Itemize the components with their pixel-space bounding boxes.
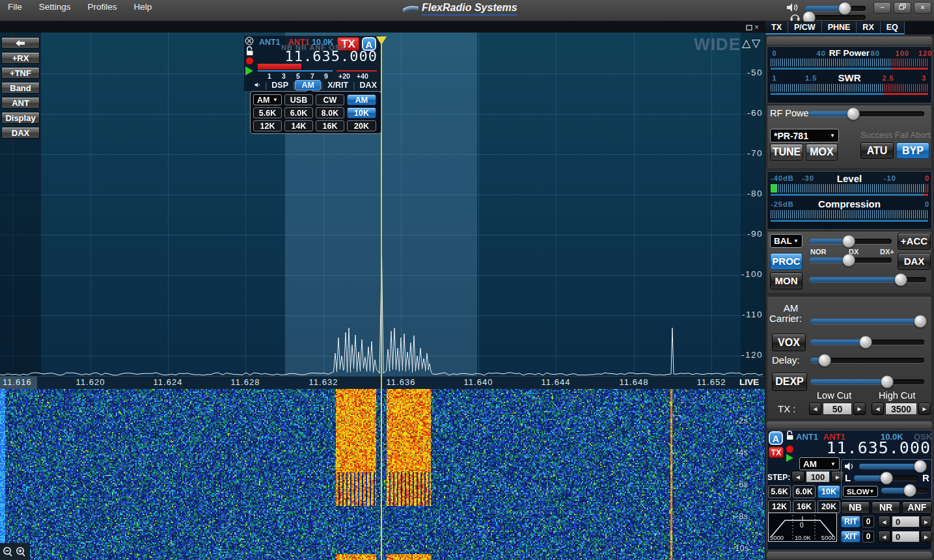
minimize-button[interactable]: –: [873, 2, 891, 14]
dexp-button[interactable]: DEXP: [772, 373, 807, 391]
mode-button-usb[interactable]: USB: [284, 94, 313, 105]
rx-play-icon[interactable]: [786, 454, 793, 462]
rx-frequency-display[interactable]: 11.635.000: [814, 438, 931, 457]
flag-tab-xrit[interactable]: X/RIT: [323, 80, 353, 90]
delay-thumb[interactable]: [818, 354, 831, 367]
zoom-in-icon[interactable]: [16, 546, 26, 557]
menu-file[interactable]: File: [7, 0, 23, 14]
filter-button-10k[interactable]: 10K: [347, 107, 376, 118]
bottom-panel-bar[interactable]: [767, 552, 932, 559]
sidebar-item-add-rx[interactable]: +RX: [1, 52, 40, 64]
filter-shape-graph[interactable]: 0 5000 10.0K 5000: [768, 513, 837, 542]
menu-help[interactable]: Help: [133, 0, 154, 14]
mox-button[interactable]: MOX: [806, 144, 838, 161]
byp-button[interactable]: BYP: [896, 142, 929, 159]
tab-pcw[interactable]: P/CW: [788, 21, 822, 34]
rit-button[interactable]: RIT: [841, 516, 860, 527]
tab-eq[interactable]: EQ: [881, 21, 905, 34]
tuning-marker-triangle[interactable]: [376, 36, 387, 45]
nb-button[interactable]: NB: [841, 501, 870, 514]
flag-play-icon[interactable]: [245, 66, 253, 75]
proc-button[interactable]: PROC: [770, 253, 803, 270]
mode-select-dropdown[interactable]: AM▼: [253, 94, 282, 105]
bal-dropdown[interactable]: BAL▼: [770, 234, 803, 248]
rx-lock-icon[interactable]: [786, 430, 794, 443]
high-cut-increment[interactable]: ►: [918, 403, 931, 415]
agc-dropdown[interactable]: SLOW▼: [843, 486, 878, 497]
tab-rx[interactable]: RX: [857, 21, 880, 34]
flag-lock-icon[interactable]: [245, 46, 254, 59]
agc-threshold-slider[interactable]: [881, 485, 927, 495]
high-cut-decrement[interactable]: ◄: [872, 403, 884, 415]
mode-button-am[interactable]: AM: [347, 94, 376, 105]
tab-phne[interactable]: PHNE: [822, 21, 857, 34]
agc-threshold-thumb[interactable]: [903, 484, 916, 497]
low-cut-decrement[interactable]: ◄: [809, 403, 821, 415]
flag-tab-dsp[interactable]: DSP: [267, 80, 293, 90]
mon-button[interactable]: MON: [770, 273, 803, 289]
nr-button[interactable]: NR: [872, 501, 900, 514]
xit-decrement[interactable]: ◄: [878, 531, 890, 542]
mon-level-slider[interactable]: [809, 274, 926, 284]
low-cut-increment[interactable]: ►: [853, 403, 866, 415]
vox-level-slider[interactable]: [810, 337, 924, 347]
rx-tx-badge[interactable]: TX: [769, 447, 784, 458]
step-value[interactable]: 100: [806, 471, 830, 483]
filter-button-12k[interactable]: 12K: [253, 120, 282, 131]
rit-decrement[interactable]: ◄: [878, 516, 890, 527]
rx-filter-20k[interactable]: 20K: [817, 500, 840, 513]
rit-value[interactable]: 0: [892, 516, 920, 527]
vox-level-thumb[interactable]: [859, 336, 872, 349]
tx-profile-dropdown[interactable]: *PR-781▼: [770, 129, 839, 142]
sidebar-item-display[interactable]: Display: [1, 112, 40, 124]
rx-filter-12k[interactable]: 12K: [768, 500, 791, 513]
sidebar-item-dax[interactable]: DAX: [1, 127, 40, 139]
mode-button-cw[interactable]: CW: [316, 94, 344, 105]
sidebar-item-ant[interactable]: ANT: [1, 97, 40, 109]
high-cut-value[interactable]: 3500: [885, 403, 917, 415]
filter-button-6-0k[interactable]: 6.0K: [284, 107, 313, 118]
flag-frequency-display[interactable]: 11.635.000: [279, 48, 378, 64]
atu-button[interactable]: ATU: [860, 142, 894, 159]
bal-slider[interactable]: [809, 236, 892, 246]
maximize-button[interactable]: [894, 2, 911, 14]
rx-filter-5-6k[interactable]: 5.6K: [768, 485, 791, 498]
proc-level-thumb[interactable]: [842, 254, 855, 267]
menu-settings[interactable]: Settings: [38, 0, 72, 14]
delay-slider[interactable]: [810, 355, 924, 365]
xit-button[interactable]: XIT: [841, 531, 860, 542]
vox-button[interactable]: VOX: [772, 334, 806, 351]
rf-power-thumb[interactable]: [847, 107, 860, 120]
rx-filter-10k[interactable]: 10K: [817, 485, 840, 498]
master-volume-slider[interactable]: [805, 3, 866, 13]
am-carrier-thumb[interactable]: [914, 315, 927, 328]
band-updown-icons[interactable]: △▽: [742, 36, 762, 50]
xit-increment[interactable]: ►: [920, 531, 932, 542]
dexp-slider[interactable]: [810, 377, 924, 386]
bal-thumb[interactable]: [842, 235, 855, 248]
menu-profiles[interactable]: Profiles: [87, 0, 118, 14]
rx-speaker-icon[interactable]: [844, 462, 855, 471]
rx-mode-dropdown[interactable]: AM▼: [799, 457, 840, 470]
filter-button-14k[interactable]: 14K: [284, 120, 313, 131]
rf-power-slider[interactable]: [808, 109, 924, 118]
tune-button[interactable]: TUNE: [770, 144, 803, 161]
sidebar-item-band[interactable]: Band: [1, 82, 40, 94]
zoom-out-icon[interactable]: [3, 546, 13, 557]
tab-tx[interactable]: TX: [765, 21, 788, 34]
flag-tab-dax[interactable]: DAX: [355, 80, 381, 90]
filter-button-8-0k[interactable]: 8.0K: [316, 107, 344, 118]
proc-level-slider[interactable]: [809, 255, 892, 265]
flag-rx-antenna[interactable]: ANT1: [259, 38, 281, 47]
dax-button[interactable]: DAX: [898, 253, 931, 270]
rx-filter-6-0k[interactable]: 6.0K: [793, 485, 816, 498]
flag-audio-icon[interactable]: [254, 81, 261, 89]
acc-button[interactable]: +ACC: [898, 233, 931, 250]
waterfall-display[interactable]: [0, 389, 765, 560]
filter-button-20k[interactable]: 20K: [347, 120, 376, 131]
rx-volume-slider[interactable]: [859, 461, 927, 471]
panadapter-close-icon[interactable]: ×: [754, 23, 759, 32]
rx-filter-16k[interactable]: 16K: [793, 500, 816, 513]
am-carrier-slider[interactable]: [810, 316, 924, 326]
panadapter-restore-icon[interactable]: [746, 25, 752, 31]
